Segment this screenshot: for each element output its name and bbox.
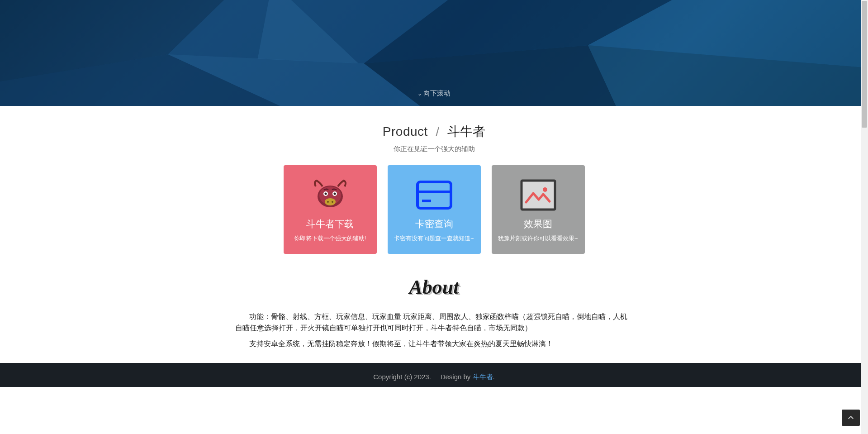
about-paragraph-2: 支持安卓全系统，无需挂防稳定奔放！假期将至，让斗牛者带领大家在炎热的夏天里畅快淋… <box>235 339 633 350</box>
product-cards: 斗牛者下载 你即将下载一个强大的辅助! 卡密查询 卡密有没有问题查一查就知道~ … <box>0 165 868 254</box>
scrollbar-thumb[interactable] <box>862 1 867 128</box>
footer: Copyright (c) 2023. Design by 斗牛者. <box>0 363 868 387</box>
svg-point-17 <box>332 201 333 203</box>
card-title: 效果图 <box>492 218 585 230</box>
card-desc: 犹豫片刻或许你可以看看效果~ <box>492 235 585 243</box>
about-section: About 功能：骨骼、射线、方框、玩家信息、玩家血量 玩家距离、周围敌人、独家… <box>226 276 642 349</box>
card-desc: 卡密有没有问题查一查就知道~ <box>388 235 481 243</box>
footer-period: . <box>493 373 495 381</box>
bull-icon <box>284 176 377 214</box>
svg-point-16 <box>327 201 329 203</box>
footer-design-label: Design by <box>441 373 473 381</box>
product-section-title: Product / 斗牛者 <box>0 123 868 140</box>
card-title: 卡密查询 <box>388 218 481 230</box>
about-heading: About <box>235 276 633 299</box>
scrollbar[interactable] <box>861 0 868 387</box>
image-icon <box>492 176 585 214</box>
product-subtitle: 你正在见证一个强大的辅助 <box>0 145 868 153</box>
footer-copyright: Copyright (c) 2023. <box>373 373 431 381</box>
card-screenshots[interactable]: 效果图 犹豫片刻或许你可以看看效果~ <box>492 165 585 254</box>
card-desc: 你即将下载一个强大的辅助! <box>284 235 377 243</box>
hero-banner: 向下滚动 <box>0 0 868 106</box>
svg-point-22 <box>543 187 547 192</box>
card-download[interactable]: 斗牛者下载 你即将下载一个强大的辅助! <box>284 165 377 254</box>
svg-point-12 <box>324 193 327 195</box>
svg-point-15 <box>325 198 336 205</box>
svg-rect-18 <box>417 182 451 208</box>
scroll-down-hint[interactable]: 向下滚动 <box>417 89 451 98</box>
about-paragraph-1: 功能：骨骼、射线、方框、玩家信息、玩家血量 玩家距离、周围敌人、独家函数梓喵（超… <box>235 311 633 334</box>
card-icon <box>388 176 481 214</box>
card-title: 斗牛者下载 <box>284 218 377 230</box>
title-separator: / <box>436 124 440 138</box>
title-en: Product <box>383 124 428 138</box>
footer-design-link[interactable]: 斗牛者 <box>473 373 493 381</box>
svg-point-14 <box>333 193 336 195</box>
card-query[interactable]: 卡密查询 卡密有没有问题查一查就知道~ <box>388 165 481 254</box>
svg-rect-21 <box>522 181 555 210</box>
title-cn: 斗牛者 <box>447 124 485 138</box>
